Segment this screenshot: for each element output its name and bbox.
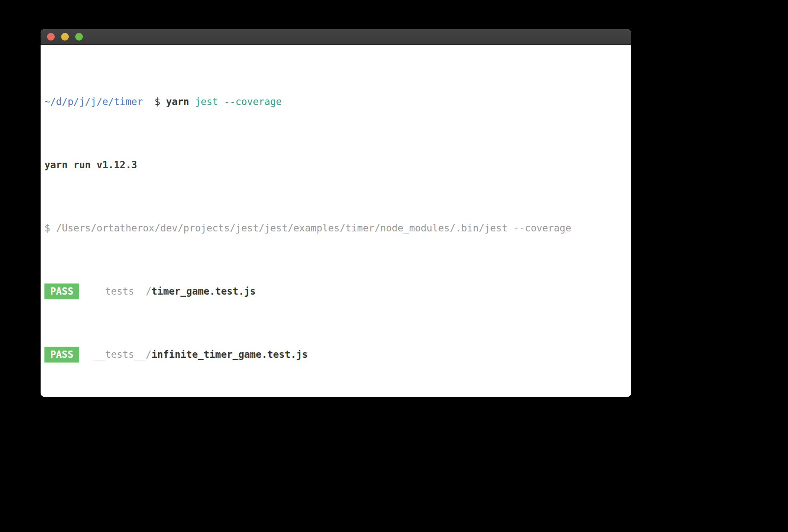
test-file-name: timer_game.test.js xyxy=(152,286,256,297)
test-result-line: PASS__tests__/infinite_timer_game.test.j… xyxy=(44,347,631,362)
prompt-cwd: ~/d/p/j/j/e/timer xyxy=(44,96,143,107)
command-program: yarn xyxy=(166,96,189,107)
minimize-window-button[interactable] xyxy=(61,33,69,41)
pass-badge: PASS xyxy=(44,347,79,362)
test-result-line: PASS__tests__/timer_game.test.js xyxy=(44,284,631,299)
resolved-command-line: $ /Users/ortatherox/dev/projects/jest/je… xyxy=(44,220,631,236)
terminal-content[interactable]: ~/d/p/j/j/e/timer$yarnjest --coverage ya… xyxy=(41,45,631,397)
command-args: jest --coverage xyxy=(195,96,282,107)
zoom-window-button[interactable] xyxy=(75,33,83,41)
close-window-button[interactable] xyxy=(47,33,55,41)
test-file-name: infinite_timer_game.test.js xyxy=(152,349,308,360)
prompt-symbol: $ xyxy=(154,96,160,107)
yarn-version-line: yarn run v1.12.3 xyxy=(44,157,631,173)
pass-badge: PASS xyxy=(44,284,79,299)
terminal-window: ~/d/p/j/j/e/timer$yarnjest --coverage ya… xyxy=(41,29,631,397)
test-file-dir: __tests__/ xyxy=(94,286,151,297)
window-titlebar[interactable] xyxy=(41,29,631,45)
test-file-dir: __tests__/ xyxy=(94,349,151,360)
prompt-line: ~/d/p/j/j/e/timer$yarnjest --coverage xyxy=(44,94,631,110)
